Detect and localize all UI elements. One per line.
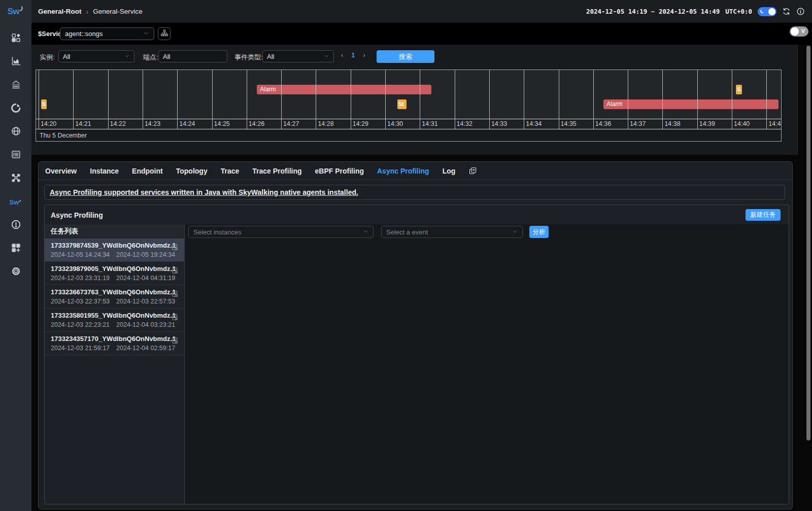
tab-async-profiling[interactable]: Async Profiling <box>377 167 429 175</box>
instance-filter-select[interactable]: All <box>58 50 134 62</box>
tab-ebpf-profiling[interactable]: eBPF Profiling <box>315 167 364 175</box>
timeline-gridline <box>732 70 732 129</box>
sidebar-item-browser[interactable] <box>0 120 31 144</box>
endpoint-filter-label: 端点: <box>143 53 158 62</box>
event-type-filter-select[interactable]: All <box>262 50 334 62</box>
async-profiling-content: 任务列表 1733379874539_YWdlbnQ6OnNvbmdz.1 20… <box>45 224 789 504</box>
timeline-lanes: AlarmSStAlarmS <box>36 70 782 119</box>
task-list-item[interactable]: 1733239879005_YWdlbnQ6OnNvbmdz.1 2024-12… <box>45 262 184 285</box>
task-end-time: 2024-12-04 02:59:17 <box>116 345 175 352</box>
service-select[interactable]: agent::songs <box>60 27 154 40</box>
timeline-gridline <box>524 70 524 129</box>
pager-prev-icon[interactable]: ‹ <box>341 51 343 59</box>
sidebar-item-pie[interactable] <box>0 97 31 120</box>
sidebar-item-layers[interactable] <box>0 74 31 97</box>
breadcrumb-current[interactable]: General-Service <box>93 8 143 15</box>
task-end-time: 2024-12-04 04:31:19 <box>116 275 175 282</box>
event-marker[interactable]: S <box>736 85 742 94</box>
version-toggle-label: V <box>801 28 805 34</box>
analyze-button[interactable]: 分析 <box>529 226 549 238</box>
timeline-tick-label: 14:25 <box>214 120 230 127</box>
timeline-gridline <box>628 70 628 129</box>
timeline-tick-label: 14:40 <box>734 120 750 127</box>
timeline-tick-label: 14:24 <box>179 120 195 127</box>
timeline-tick-label: 14:27 <box>283 120 299 127</box>
event-marker[interactable]: St <box>397 99 407 109</box>
task-list-item[interactable]: 1733234357170_YWdlbnQ6OnNvbmdz.1 2024-12… <box>45 332 184 355</box>
service-select-value: agent::songs <box>65 30 103 38</box>
tab-log[interactable]: Log <box>443 167 456 175</box>
time-range[interactable]: 2024-12-05 14:19 ~ 2024-12-05 14:49 <box>586 8 720 15</box>
sidebar-item-topology[interactable] <box>0 167 31 190</box>
task-list-item[interactable]: 1733235801955_YWdlbnQ6OnNvbmdz.1 2024-12… <box>45 309 184 332</box>
task-id: 1733235801955_YWdlbnQ6OnNvbmdz.1 <box>51 312 176 319</box>
task-list-item[interactable]: 1733236673763_YWdlbnQ6OnNvbmdz.1 2024-12… <box>45 285 184 309</box>
tab-instance[interactable]: Instance <box>90 167 119 175</box>
endpoint-filter-input[interactable] <box>158 50 227 62</box>
sidebar-menu: Sw <box>0 23 31 284</box>
info-icon[interactable] <box>796 7 805 16</box>
breadcrumb: General-Root › General-Service <box>38 8 143 16</box>
pager-next-icon[interactable]: › <box>363 51 365 59</box>
new-task-button[interactable]: 新建任务 <box>746 209 781 221</box>
sidebar-item-dashboards[interactable] <box>0 27 31 50</box>
grid-dashboard-icon <box>11 32 21 45</box>
async-profiling-doc-link[interactable]: Async Profiling supported services writt… <box>50 188 358 196</box>
task-id: 1733239879005_YWdlbnQ6OnNvbmdz.1 <box>51 265 176 272</box>
sidebar-item-settings[interactable] <box>0 260 31 284</box>
tab-trace-profiling[interactable]: Trace Profiling <box>252 167 301 175</box>
utc-offset[interactable]: UTC+0:0 <box>725 8 752 15</box>
timeline-tick-label: 14:41 <box>768 120 782 127</box>
topology-mesh-icon <box>11 173 21 185</box>
refresh-icon[interactable] <box>782 7 791 16</box>
toggle-knob <box>768 8 775 15</box>
task-list-item[interactable]: 1733379874539_YWdlbnQ6OnNvbmdz.1 2024-12… <box>45 239 184 262</box>
timeline-gridline <box>247 70 247 129</box>
event-timeline-chart: AlarmSStAlarmS Thu 5 December 14:2014:21… <box>36 70 782 142</box>
sidebar-item-marketplace[interactable] <box>0 237 31 260</box>
version-toggle[interactable]: V <box>790 26 808 37</box>
gear-icon <box>11 266 21 279</box>
timeline-tick-label: 14:32 <box>457 120 472 127</box>
select-event[interactable]: Select a event <box>381 226 523 238</box>
breadcrumb-root[interactable]: General-Root <box>38 8 82 15</box>
task-detail-icon[interactable] <box>171 313 179 324</box>
select-instances[interactable]: Select instances <box>188 226 374 238</box>
timeline-tick-label: 14:30 <box>387 120 403 127</box>
task-dates: 2024-12-03 22:37:53 2024-12-03 22:57:53 <box>51 298 175 305</box>
timeline-tick-label: 14:38 <box>664 120 680 127</box>
task-detail-icon[interactable] <box>171 266 179 277</box>
task-detail-icon[interactable] <box>171 290 179 300</box>
logo-arc-icon <box>20 6 24 12</box>
layers-stack-icon <box>11 79 21 92</box>
timeline-tick-label: 14:37 <box>630 120 646 127</box>
timeline-tick-label: 14:22 <box>110 120 126 127</box>
page-scrollbar[interactable] <box>806 46 810 440</box>
theme-toggle[interactable] <box>758 7 776 16</box>
sidebar-item-metrics[interactable] <box>0 50 31 74</box>
timeline-gridline <box>455 70 455 129</box>
chevron-down-icon <box>124 53 130 60</box>
search-button[interactable]: 搜索 <box>377 50 434 63</box>
duplicate-icon[interactable] <box>468 166 477 175</box>
tab-trace[interactable]: Trace <box>221 167 240 175</box>
sidebar-item-skywalking[interactable]: Sw <box>0 190 31 214</box>
task-detail-icon[interactable] <box>171 243 179 254</box>
timeline-gridline <box>662 70 663 129</box>
timeline-gridline <box>212 70 213 129</box>
tab-endpoint[interactable]: Endpoint <box>132 167 163 175</box>
service-topology-button[interactable] <box>158 27 171 40</box>
sidebar-item-logs[interactable] <box>0 144 31 167</box>
alarm-bar[interactable]: Alarm <box>603 99 779 109</box>
task-end-time: 2024-12-05 19:24:34 <box>116 251 175 258</box>
timeline-tick-label: 14:23 <box>145 120 160 127</box>
alarm-bar[interactable]: Alarm <box>257 85 431 94</box>
skywalking-logo[interactable]: Sw <box>0 0 31 23</box>
tab-overview[interactable]: Overview <box>45 167 77 175</box>
tab-topology[interactable]: Topology <box>176 167 208 175</box>
sidebar-item-alerts[interactable] <box>0 214 31 237</box>
async-profiling-panel: Async Profiling 新建任务 任务列表 1733379874539_… <box>44 205 789 504</box>
service-row: $Service agent::songs V <box>31 23 812 45</box>
event-marker[interactable]: S <box>41 99 47 109</box>
task-detail-icon[interactable] <box>171 336 179 347</box>
